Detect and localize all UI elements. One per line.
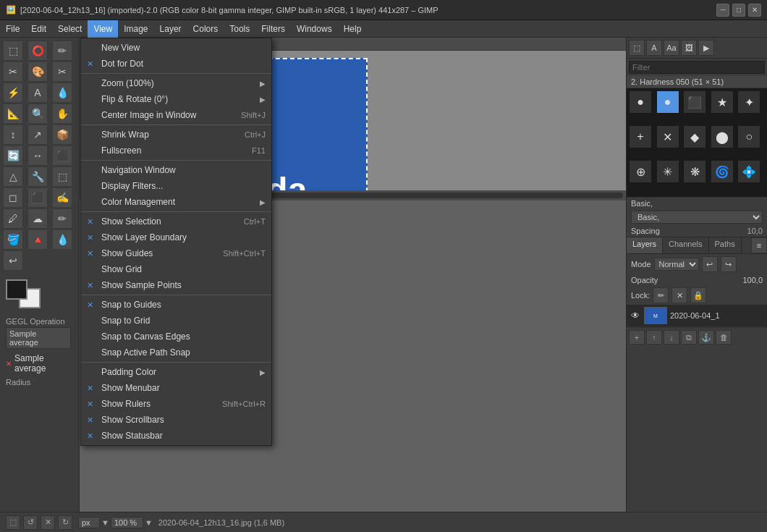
layer-delete-btn[interactable]: 🗑 bbox=[716, 330, 732, 345]
menu-item-show-selection[interactable]: ✕ Show Selection Ctrl+T bbox=[81, 214, 271, 229]
menu-item-show-menubar[interactable]: ✕ Show Menubar bbox=[81, 380, 271, 396]
brush-thumb[interactable]: ❋ bbox=[684, 161, 705, 182]
tool-airbrush[interactable]: ☁ bbox=[27, 208, 48, 229]
titlebar-controls[interactable]: ─ □ ✕ bbox=[716, 4, 761, 17]
brush-thumb[interactable]: ⊕ bbox=[630, 161, 651, 182]
tool-ink[interactable]: ✏ bbox=[52, 208, 72, 229]
tool-scale[interactable]: ↔ bbox=[27, 145, 48, 166]
tool-dodge[interactable]: 🔺 bbox=[27, 229, 48, 250]
tool-color-picker[interactable]: 💧 bbox=[52, 83, 72, 103]
tool-rect-select[interactable]: ⬚ bbox=[3, 41, 23, 61]
brush-thumb[interactable]: ● bbox=[630, 91, 651, 113]
status-btn-2[interactable]: ↺ bbox=[23, 515, 38, 530]
zoom-pct-arrow[interactable]: ▼ bbox=[145, 518, 153, 527]
menu-colors[interactable]: Colors bbox=[187, 20, 224, 38]
status-btn-3[interactable]: ✕ bbox=[41, 515, 55, 530]
tool-shear[interactable]: ⬛ bbox=[52, 145, 72, 166]
menu-item-show-sample-points[interactable]: ✕ Show Sample Points bbox=[81, 277, 271, 293]
tool-perspective-clone[interactable]: ⬛ bbox=[27, 187, 48, 208]
tool-free-select[interactable]: ✏ bbox=[52, 41, 72, 61]
tool-paint[interactable]: ✍ bbox=[52, 187, 72, 208]
menu-item-zoom[interactable]: Zoom (100%) ▶ bbox=[81, 75, 271, 91]
panel-btn-1[interactable]: ⬚ bbox=[629, 40, 645, 56]
menu-item-fullscreen[interactable]: Fullscreen F11 bbox=[81, 143, 271, 159]
tool-blur[interactable]: 💧 bbox=[52, 229, 72, 250]
tool-fill[interactable]: 🪣 bbox=[3, 229, 23, 250]
menu-item-flip-rotate[interactable]: Flip & Rotate (0°) ▶ bbox=[81, 91, 271, 107]
foreground-color[interactable] bbox=[6, 279, 27, 300]
tool-perspective[interactable]: △ bbox=[3, 166, 23, 187]
menu-item-snap-active-path[interactable]: Snap Active Path Snap bbox=[81, 345, 271, 360]
panel-btn-5[interactable]: ▶ bbox=[698, 40, 714, 56]
menu-item-snap-canvas-edges[interactable]: Snap to Canvas Edges bbox=[81, 329, 271, 345]
tool-measure[interactable]: 📐 bbox=[3, 104, 23, 124]
menu-select[interactable]: Select bbox=[52, 20, 88, 38]
menu-item-show-statusbar[interactable]: ✕ Show Statusbar bbox=[81, 428, 271, 444]
brush-thumb[interactable]: ⬤ bbox=[711, 126, 733, 148]
status-btn-4[interactable]: ↻ bbox=[58, 515, 72, 530]
menu-item-show-rulers[interactable]: ✕ Show Rulers Shift+Ctrl+R bbox=[81, 396, 271, 412]
lock-position-btn[interactable]: ✕ bbox=[671, 287, 687, 303]
tool-crop[interactable]: 📦 bbox=[52, 124, 72, 145]
tool-warp[interactable]: 🔧 bbox=[27, 166, 48, 187]
layer-panel-menu[interactable]: ≡ bbox=[751, 237, 767, 253]
tool-pencil[interactable]: 🖊 bbox=[3, 208, 23, 229]
layer-lower-btn[interactable]: ↓ bbox=[664, 330, 679, 345]
menu-item-display-filters[interactable]: Display Filters... bbox=[81, 178, 271, 194]
tool-scissors[interactable]: ✂ bbox=[52, 62, 72, 82]
menu-filters[interactable]: Filters bbox=[255, 20, 291, 38]
brush-thumb[interactable]: 💠 bbox=[738, 161, 760, 182]
menu-view[interactable]: View bbox=[88, 20, 118, 38]
zoom-percent-input[interactable] bbox=[111, 517, 143, 528]
layer-duplicate-btn[interactable]: ⧉ bbox=[681, 330, 697, 345]
menu-help[interactable]: Help bbox=[338, 20, 368, 38]
brush-thumb[interactable]: + bbox=[630, 126, 651, 148]
brush-thumb[interactable]: ◆ bbox=[684, 126, 705, 148]
menu-item-color-management[interactable]: Color Management ▶ bbox=[81, 194, 271, 210]
menu-item-show-scrollbars[interactable]: ✕ Show Scrollbars bbox=[81, 412, 271, 428]
layer-raise-btn[interactable]: ↑ bbox=[646, 330, 662, 345]
menu-file[interactable]: File bbox=[0, 20, 25, 38]
layer-new-btn[interactable]: + bbox=[629, 330, 645, 345]
tool-clone[interactable]: ⬚ bbox=[52, 166, 72, 187]
menu-item-show-grid[interactable]: Show Grid bbox=[81, 261, 271, 277]
tool-text[interactable]: A bbox=[27, 83, 48, 103]
tool-rotate[interactable]: 🔄 bbox=[3, 145, 23, 166]
tool-paths[interactable]: ⚡ bbox=[3, 83, 23, 103]
tool-zoom[interactable]: 🔍 bbox=[27, 104, 48, 124]
tool-fuzzy-select[interactable]: ✂ bbox=[3, 62, 23, 82]
brush-thumb[interactable]: 🌀 bbox=[711, 161, 733, 182]
brush-thumb[interactable]: ★ bbox=[711, 91, 733, 113]
menu-windows[interactable]: Windows bbox=[291, 20, 338, 38]
menu-item-show-guides[interactable]: ✕ Show Guides Shift+Ctrl+T bbox=[81, 245, 271, 261]
menu-item-dot-for-dot[interactable]: ✕ Dot for Dot bbox=[81, 56, 271, 72]
gegl-op-value[interactable]: Sample average bbox=[6, 327, 71, 349]
minimize-button[interactable]: ─ bbox=[716, 4, 729, 17]
tool-smudge[interactable]: ↩ bbox=[3, 250, 23, 271]
tab-paths[interactable]: Paths bbox=[709, 237, 742, 253]
tab-channels[interactable]: Channels bbox=[663, 237, 708, 253]
tool-transform[interactable]: ✋ bbox=[52, 104, 72, 124]
brush-tag-select[interactable]: Basic, bbox=[631, 211, 763, 224]
panel-btn-3[interactable]: Aa bbox=[664, 40, 679, 56]
close-button[interactable]: ✕ bbox=[748, 4, 761, 17]
tab-layers[interactable]: Layers bbox=[627, 237, 663, 253]
panel-btn-4[interactable]: 🖼 bbox=[681, 40, 697, 56]
menu-layer[interactable]: Layer bbox=[154, 20, 187, 38]
panel-btn-2[interactable]: A bbox=[646, 40, 662, 56]
menu-item-padding-color[interactable]: Padding Color ▶ bbox=[81, 364, 271, 380]
menu-item-snap-to-guides[interactable]: ✕ Snap to Guides bbox=[81, 297, 271, 313]
maximize-button[interactable]: □ bbox=[732, 4, 745, 17]
mode-undo[interactable]: ↩ bbox=[702, 256, 718, 272]
filter-input[interactable] bbox=[629, 61, 765, 74]
layer-anchor-btn[interactable]: ⚓ bbox=[698, 330, 714, 345]
mode-redo[interactable]: ↪ bbox=[721, 256, 737, 272]
menu-tools[interactable]: Tools bbox=[224, 20, 255, 38]
zoom-unit-input[interactable] bbox=[78, 517, 100, 528]
brush-thumb[interactable]: ✕ bbox=[657, 126, 679, 148]
menu-edit[interactable]: Edit bbox=[25, 20, 52, 38]
lock-pixels-btn[interactable]: ✏ bbox=[653, 287, 669, 303]
mode-select[interactable]: Normal bbox=[654, 258, 699, 271]
tool-align[interactable]: ↕ bbox=[3, 124, 23, 145]
menu-item-new-view[interactable]: New View bbox=[81, 40, 271, 56]
